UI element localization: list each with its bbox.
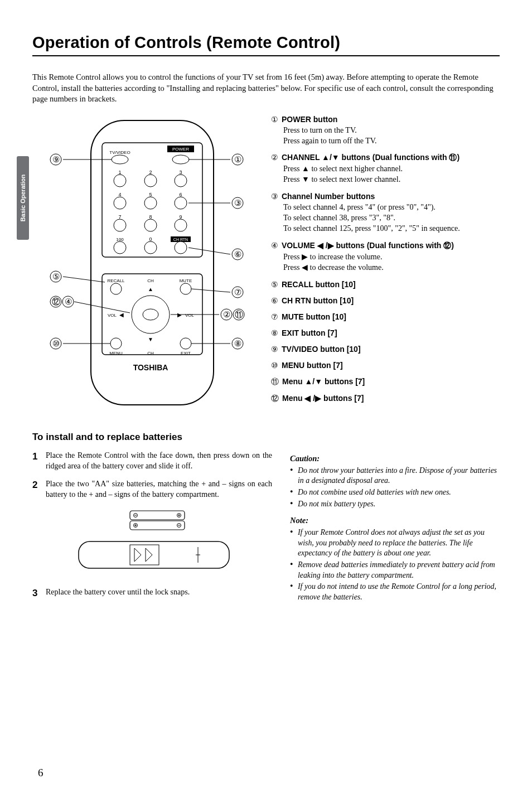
control-num: ① (271, 115, 278, 124)
control-num: ⑫ (271, 394, 279, 404)
svg-point-16 (144, 197, 157, 209)
control-num: ⑤ (271, 280, 278, 289)
control-title: MUTE button [10] (282, 312, 346, 321)
svg-text:VOL: VOL (185, 313, 195, 318)
page-number: 6 (38, 767, 43, 779)
svg-text:◀: ◀ (119, 312, 124, 318)
list-item: If your Remote Control does not always a… (290, 528, 500, 559)
svg-point-6 (172, 155, 189, 164)
control-title: EXIT button [7] (282, 328, 337, 337)
remote-svg: POWER TV/VIDEO 1 2 3 (32, 115, 255, 416)
step-number: 2 (32, 479, 40, 500)
svg-point-31 (175, 241, 187, 254)
list-item: Do not mix battery types. (290, 499, 500, 510)
svg-text:TV/VIDEO: TV/VIDEO (109, 150, 130, 155)
svg-point-10 (144, 175, 157, 187)
svg-text:MUTE: MUTE (180, 278, 192, 283)
install-step-2: 2Place the two "AA" size batteries, matc… (32, 479, 272, 500)
note-list: If your Remote Control does not always a… (290, 528, 500, 602)
svg-text:MENU: MENU (109, 351, 123, 356)
svg-text:⑤: ⑤ (52, 272, 60, 281)
svg-point-22 (144, 219, 157, 231)
control-title: Menu ◀ /▶ buttons [7] (282, 394, 364, 403)
list-item: Do not throw your batteries into a fire.… (290, 466, 500, 486)
list-item: Do not combine used old batteries with n… (290, 487, 500, 498)
svg-text:CH RTN: CH RTN (173, 238, 188, 241)
note-heading: Note: (290, 516, 500, 525)
control-num: ⑪ (271, 377, 279, 387)
control-num: ⑧ (271, 328, 278, 338)
svg-text:⑨: ⑨ (52, 155, 60, 164)
control-title: MENU button [7] (282, 361, 343, 370)
svg-text:⑩: ⑩ (52, 339, 60, 348)
svg-text:▼: ▼ (148, 336, 153, 342)
svg-point-12 (175, 175, 187, 187)
controls-list: ①POWER button Press to turn on the TV.Pr… (271, 115, 500, 416)
caution-list: Do not throw your batteries into a fire.… (290, 466, 500, 510)
svg-point-18 (175, 197, 187, 209)
svg-rect-86 (130, 511, 185, 520)
svg-text:④: ④ (65, 297, 72, 306)
control-item-6: ⑥CH RTN button [10] (271, 296, 500, 306)
control-body: Press ◀ to decrease the volume. (283, 263, 384, 272)
control-title: Channel Number buttons (282, 192, 375, 201)
control-title: POWER button (282, 115, 337, 124)
title-rule (32, 55, 500, 56)
step-number: 3 (32, 587, 40, 600)
side-tab-label: Basic Operation (20, 175, 26, 221)
control-num: ④ (271, 241, 278, 250)
svg-point-28 (144, 241, 157, 254)
control-body: To select channel 38, press "3", "8". (283, 214, 395, 222)
step-text: Place the two "AA" size batteries, match… (46, 479, 272, 500)
svg-point-24 (175, 219, 187, 231)
control-title: TV/VIDEO button [10] (282, 345, 361, 354)
svg-text:▲: ▲ (148, 286, 153, 292)
control-item-12: ⑫Menu ◀ /▶ buttons [7] (271, 394, 500, 404)
step-text: Place the Remote Control with the face d… (46, 451, 272, 472)
control-title: CH RTN button [10] (282, 296, 354, 305)
control-item-7: ⑦MUTE button [10] (271, 312, 500, 322)
side-tab: Basic Operation (17, 156, 29, 240)
control-item-11: ⑪Menu ▲/▼ buttons [7] (271, 377, 500, 387)
svg-text:CH: CH (147, 278, 154, 283)
svg-point-14 (114, 197, 126, 209)
svg-point-38 (180, 283, 191, 294)
svg-text:①: ① (234, 155, 241, 164)
svg-text:CH: CH (147, 351, 154, 356)
control-body: Press ▶ to increase the volume. (283, 253, 382, 261)
intro-paragraph: This Remote Control allows you to contro… (32, 72, 500, 105)
control-title: CHANNEL ▲/▼ buttons (Dual functions with… (282, 153, 460, 163)
svg-text:⑦: ⑦ (234, 288, 241, 297)
control-body: Press to turn on the TV. (283, 126, 357, 134)
control-item-10: ⑩MENU button [7] (271, 361, 500, 370)
control-title: VOLUME ◀ /▶ buttons (Dual functions with… (282, 241, 454, 251)
battery-figure (69, 508, 236, 577)
svg-rect-92 (130, 521, 185, 530)
control-body: Press ▼ to select next lower channel. (283, 175, 400, 183)
svg-text:③: ③ (234, 199, 241, 207)
control-item-5: ⑤RECALL button [10] (271, 280, 500, 289)
svg-point-34 (110, 283, 122, 294)
control-num: ② (271, 153, 278, 162)
install-step-3: 3Replace the battery cover until the loc… (32, 587, 272, 600)
svg-text:EXIT: EXIT (181, 351, 191, 356)
svg-text:⑥: ⑥ (234, 250, 241, 259)
install-heading: To install and to replace batteries (32, 432, 272, 443)
svg-text:⑪: ⑪ (235, 310, 243, 319)
svg-text:POWER: POWER (172, 147, 189, 152)
control-num: ⑦ (271, 312, 278, 322)
svg-text:⑧: ⑧ (234, 339, 241, 348)
control-item-4: ④VOLUME ◀ /▶ buttons (Dual functions wit… (271, 241, 500, 273)
control-title: RECALL button [10] (282, 280, 356, 289)
control-item-2: ②CHANNEL ▲/▼ buttons (Dual functions wit… (271, 153, 500, 185)
control-body: Press ▲ to select next higher channel. (283, 165, 403, 173)
svg-point-5 (112, 155, 128, 164)
svg-point-40 (143, 309, 158, 320)
control-body: To select channel 125, press "100", "2",… (283, 224, 460, 233)
svg-point-8 (114, 175, 126, 187)
svg-text:VOL: VOL (108, 313, 117, 318)
control-num: ⑥ (271, 296, 278, 306)
control-item-8: ⑧EXIT button [7] (271, 328, 500, 338)
list-item: If you do not intend to use the Remote C… (290, 582, 500, 602)
step-text: Replace the battery cover until the lock… (46, 587, 190, 600)
